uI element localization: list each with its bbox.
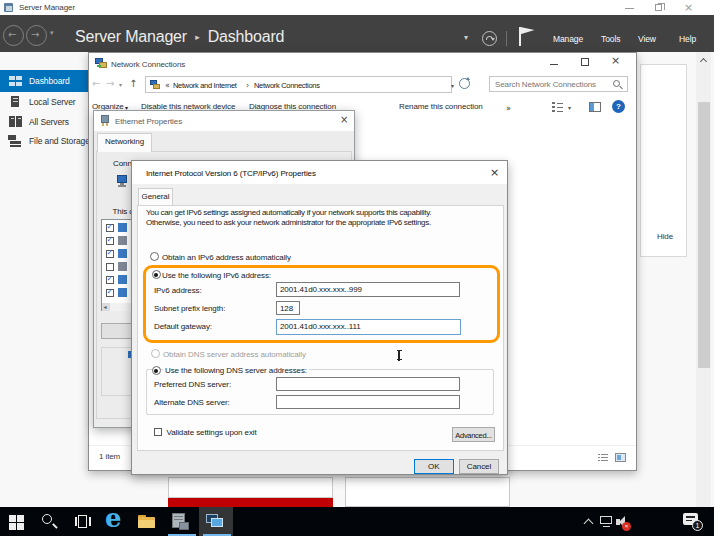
ok-button[interactable]: OK — [414, 459, 454, 474]
advanced-button[interactable]: Advanced... — [452, 427, 495, 442]
breadcrumb-part1[interactable]: Network and Internet — [173, 81, 237, 90]
action-center-icon[interactable]: 1 — [683, 513, 699, 527]
dashboard-icon — [9, 76, 22, 87]
minimize-icon[interactable] — [625, 8, 634, 9]
all-servers-icon — [9, 116, 22, 127]
server-manager-taskbar-button[interactable] — [166, 507, 198, 536]
radio-obtain-ipv6[interactable] — [150, 252, 159, 261]
refresh-icon[interactable] — [482, 31, 497, 46]
nav-forward-icon[interactable]: → — [106, 78, 114, 89]
tab-networking[interactable]: Networking — [97, 133, 152, 152]
address-bar[interactable]: « Network and Internet › Network Connect… — [145, 76, 452, 93]
validate-label[interactable]: Validate settings upon exit — [167, 428, 257, 438]
status-view-list-icon[interactable] — [598, 453, 608, 462]
radio-use-dns[interactable] — [152, 366, 161, 375]
menu-help[interactable]: Help — [679, 34, 696, 45]
radio-obtain-dns-label: Obtain DNS server address automatically — [163, 350, 306, 360]
ipv6-properties-dialog: Internet Protocol Version 6 (TCP/IPv6) P… — [131, 160, 508, 475]
breadcrumb-separator-icon: ▸ — [195, 32, 199, 42]
toolbar-more-icon[interactable]: » — [506, 104, 511, 114]
roles-tile-left — [168, 477, 333, 498]
toolbar-rename[interactable]: Rename this connection — [399, 102, 483, 112]
file-explorer-icon[interactable] — [138, 515, 156, 529]
scrollbar-thumb[interactable] — [698, 102, 710, 368]
taskbar: e × 1 — [0, 507, 714, 536]
forward-button[interactable]: → — [26, 25, 47, 46]
ipv6-dialog-titlebar: Internet Protocol Version 6 (TCP/IPv6) P… — [132, 161, 507, 184]
sidebar-item-file-storage[interactable]: File and Storage Services — [0, 131, 88, 151]
back-button[interactable]: ← — [3, 25, 24, 46]
scrollbar-up-icon[interactable] — [699, 58, 706, 65]
search-icon[interactable] — [42, 514, 58, 530]
alternate-dns-field[interactable] — [276, 395, 460, 409]
server-manager-app-icon — [4, 3, 13, 12]
help-icon[interactable]: ? — [612, 100, 625, 113]
preferred-dns-field[interactable] — [276, 377, 460, 391]
tray-network-icon[interactable] — [600, 516, 614, 528]
ipv6-dialog-title: Internet Protocol Version 6 (TCP/IPv6) P… — [146, 169, 316, 179]
network-connections-taskbar-button[interactable] — [199, 507, 233, 536]
ethernet-dialog-title: Ethernet Properties — [115, 117, 182, 127]
sidebar-item-dashboard[interactable]: Dashboard — [0, 70, 88, 92]
close-icon[interactable]: × — [490, 168, 499, 178]
preferred-dns-label: Preferred DNS server: — [154, 380, 231, 390]
search-box[interactable]: Search Network Connections — [489, 76, 628, 92]
breadcrumb-part2[interactable]: Network Connections — [254, 81, 320, 90]
menu-tools[interactable]: Tools — [601, 34, 620, 45]
menu-manage[interactable]: Manage — [553, 34, 583, 45]
restore-icon-back — [658, 3, 665, 10]
os-window-title: Server Manager — [19, 3, 75, 13]
nav-back-icon[interactable]: ← — [92, 78, 100, 89]
ethernet-dialog-titlebar: Ethernet Properties × — [94, 111, 354, 131]
start-button[interactable] — [9, 515, 24, 530]
close-icon[interactable]: × — [340, 115, 348, 125]
minimize-icon[interactable] — [550, 64, 558, 65]
cancel-button[interactable]: Cancel — [459, 459, 499, 474]
breadcrumb-current[interactable]: Dashboard — [208, 28, 284, 45]
view-details-icon[interactable] — [552, 102, 563, 112]
notification-flag-icon[interactable] — [519, 27, 535, 46]
status-item-count: 1 item — [99, 452, 120, 462]
tab-general[interactable]: General — [138, 188, 173, 206]
preview-pane-icon[interactable] — [589, 102, 601, 112]
internet-explorer-icon[interactable]: e — [105, 503, 122, 533]
header-separator — [506, 31, 507, 46]
local-server-icon — [11, 96, 19, 107]
breadcrumb-chevrons[interactable]: « — [165, 81, 170, 91]
refresh-address-icon[interactable] — [459, 78, 470, 89]
content-scrollbar[interactable] — [696, 52, 711, 507]
close-icon[interactable]: × — [684, 1, 693, 14]
task-view-icon[interactable] — [75, 515, 91, 529]
breadcrumb-root[interactable]: Server Manager — [75, 28, 187, 45]
close-icon[interactable]: × — [611, 54, 620, 67]
validate-checkbox[interactable] — [154, 428, 162, 436]
nav-dropdown-icon[interactable]: ▾ — [50, 29, 54, 37]
os-titlebar: Server Manager × — [0, 0, 714, 15]
radio-obtain-ipv6-label[interactable]: Obtain an IPv6 address automatically — [162, 253, 291, 263]
breadcrumb-sep-icon: › — [246, 81, 249, 91]
highlight-box — [143, 265, 500, 343]
hide-button[interactable]: Hide — [657, 232, 673, 242]
sidebar-item-all-servers[interactable]: All Servers — [0, 112, 88, 132]
maximize-icon[interactable] — [581, 58, 589, 66]
header-dropdown-icon[interactable]: ▾ — [464, 33, 468, 42]
nav-up-icon[interactable]: ↑ — [129, 78, 137, 89]
forward-arrow-icon: → — [31, 29, 39, 40]
nav-history-icon[interactable]: ▾ — [119, 81, 122, 88]
radio-use-dns-label[interactable]: Use the following DNS server addresses: — [163, 366, 309, 376]
radio-obtain-dns — [151, 349, 160, 358]
sidebar: Dashboard Local Server All Servers — [0, 52, 88, 507]
volume-muted-badge: × — [622, 522, 631, 531]
view-dropdown-icon[interactable]: ▾ — [568, 104, 571, 111]
sidebar-item-label: All Servers — [29, 117, 69, 128]
file-storage-icon — [8, 135, 22, 147]
sidebar-item-label: Local Server — [29, 97, 76, 108]
welcome-tile: Hide — [640, 64, 687, 257]
tray-volume-icon[interactable]: × — [616, 515, 632, 531]
intro-line2: Otherwise, you need to ask your network … — [146, 218, 431, 228]
menu-view[interactable]: View — [638, 34, 656, 45]
address-dropdown-icon[interactable]: ▾ — [451, 82, 454, 89]
sidebar-item-local-server[interactable]: Local Server — [0, 92, 88, 112]
status-view-thumb-icon[interactable] — [615, 453, 626, 462]
tray-chevron-icon[interactable] — [584, 519, 594, 529]
